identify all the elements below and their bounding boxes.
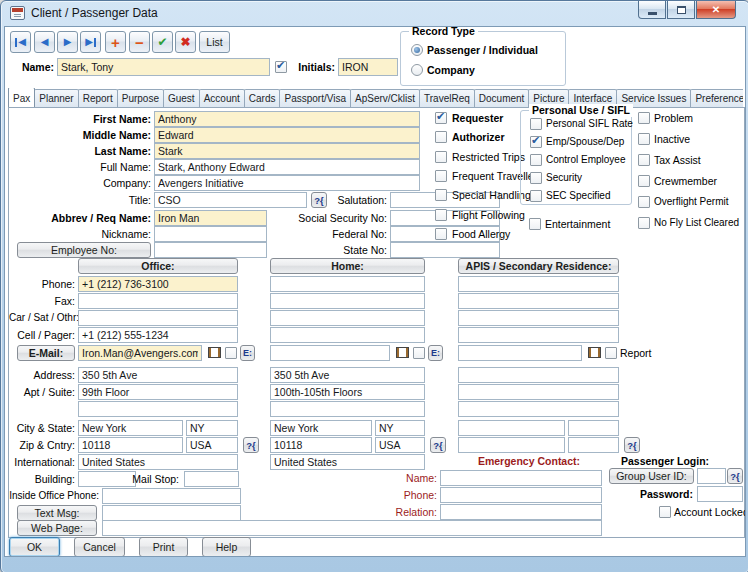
office-address-field[interactable]: [78, 367, 238, 383]
save-record-button[interactable]: ✔: [152, 31, 173, 53]
middle-name-field[interactable]: [154, 127, 420, 143]
tab-guest[interactable]: Guest: [163, 89, 200, 107]
tab-preference[interactable]: Preference: [690, 89, 743, 107]
office-apt-field[interactable]: [78, 384, 238, 400]
office-state-field[interactable]: [186, 420, 238, 436]
control-employee-checkbox[interactable]: [530, 154, 542, 166]
home-state-field[interactable]: [375, 420, 425, 436]
office-email-e-button[interactable]: E:: [240, 345, 255, 361]
office-country-field[interactable]: [186, 437, 238, 453]
text-msg-button[interactable]: Text Msg:: [17, 505, 97, 521]
office-zip-field[interactable]: [78, 437, 183, 453]
special-handling-checkbox[interactable]: [435, 189, 447, 201]
office-address2-field[interactable]: [78, 401, 238, 417]
office-address-book-icon[interactable]: [208, 347, 221, 358]
tab-account[interactable]: Account: [199, 89, 245, 107]
password-field[interactable]: [697, 486, 743, 502]
emp-spouse-dep-checkbox[interactable]: [530, 136, 542, 148]
home-address2-field[interactable]: [270, 401, 425, 417]
apis-address2-field[interactable]: [458, 401, 619, 417]
crewmember-checkbox[interactable]: [638, 175, 650, 187]
security-checkbox[interactable]: [530, 172, 542, 184]
list-button[interactable]: List: [199, 31, 230, 53]
add-record-button[interactable]: +: [105, 31, 126, 53]
apis-header-button[interactable]: APIS / Secondary Residence:: [458, 258, 619, 274]
radio-company[interactable]: [411, 64, 423, 76]
ok-button[interactable]: OK: [9, 537, 60, 557]
employee-no-field[interactable]: [154, 242, 267, 258]
tab-passport-visa[interactable]: Passport/Visa: [279, 89, 351, 107]
apis-address-field[interactable]: [458, 367, 619, 383]
personal-sifl-rate-checkbox[interactable]: [530, 118, 542, 130]
group-user-id-field[interactable]: [697, 468, 726, 484]
office-car-field[interactable]: [78, 310, 238, 326]
frequent-traveller-checkbox[interactable]: [435, 170, 447, 182]
tab-pax[interactable]: Pax: [8, 88, 35, 107]
apis-apt-field[interactable]: [458, 384, 619, 400]
cancel-button[interactable]: Cancel: [74, 537, 125, 557]
office-zip-lookup-button[interactable]: ?{: [243, 437, 259, 453]
home-email-field[interactable]: [270, 345, 390, 361]
apis-state-field[interactable]: [568, 420, 619, 436]
company-field[interactable]: [154, 175, 420, 191]
tab-planner[interactable]: Planner: [34, 89, 78, 107]
home-email-checkbox[interactable]: [413, 347, 425, 359]
inactive-checkbox[interactable]: [638, 133, 650, 145]
home-apt-field[interactable]: [270, 384, 425, 400]
flight-following-checkbox[interactable]: [435, 209, 447, 221]
group-user-id-lookup-button[interactable]: ?{: [727, 468, 743, 484]
office-email-checkbox[interactable]: [225, 347, 237, 359]
home-phone-field[interactable]: [270, 276, 425, 292]
last-name-field[interactable]: [154, 143, 420, 159]
name-input[interactable]: [57, 58, 270, 76]
text-msg-field[interactable]: [102, 505, 241, 521]
report-checkbox[interactable]: [605, 347, 617, 359]
apis-cell-field[interactable]: [458, 327, 619, 343]
nav-first-button[interactable]: ◀: [10, 31, 31, 53]
title-field[interactable]: [154, 192, 307, 208]
apis-country-field[interactable]: [568, 437, 619, 453]
titlebar[interactable]: Client / Passenger Data ✕: [1, 1, 748, 26]
tab-purpose[interactable]: Purpose: [117, 89, 164, 107]
apis-city-field[interactable]: [458, 420, 565, 436]
help-button[interactable]: Help: [202, 537, 251, 557]
office-header-button[interactable]: Office:: [78, 258, 238, 274]
restricted-trips-checkbox[interactable]: [435, 151, 447, 163]
tab-travelreq[interactable]: TravelReq: [419, 89, 475, 107]
office-fax-field[interactable]: [78, 293, 238, 309]
nickname-field[interactable]: [154, 226, 267, 242]
home-header-button[interactable]: Home:: [270, 258, 425, 274]
employee-no-button[interactable]: Employee No:: [17, 242, 151, 258]
close-button[interactable]: ✕: [696, 1, 736, 19]
office-email-field[interactable]: [78, 345, 202, 361]
home-email-e-button[interactable]: E:: [428, 345, 443, 361]
office-cell-field[interactable]: [78, 327, 238, 343]
web-page-field[interactable]: [102, 520, 602, 536]
radio-passenger-individual[interactable]: [411, 44, 423, 56]
full-name-field[interactable]: [154, 159, 420, 175]
initials-input[interactable]: [338, 58, 398, 76]
no-fly-list-checkbox[interactable]: [638, 217, 650, 229]
abbrev-req-name-field[interactable]: [154, 210, 267, 226]
home-zip-field[interactable]: [270, 437, 372, 453]
emergency-relation-field[interactable]: [440, 504, 602, 520]
nav-previous-button[interactable]: ◀: [34, 31, 55, 53]
state-no-field[interactable]: [390, 242, 500, 258]
entertainment-checkbox[interactable]: [529, 218, 541, 230]
sec-specified-checkbox[interactable]: [530, 190, 542, 202]
tax-assist-checkbox[interactable]: [638, 154, 650, 166]
nav-next-button[interactable]: ▶: [57, 31, 78, 53]
title-lookup-button[interactable]: ?{: [311, 192, 327, 208]
home-address-field[interactable]: [270, 367, 425, 383]
home-city-field[interactable]: [270, 420, 372, 436]
home-fax-field[interactable]: [270, 293, 425, 309]
nav-last-button[interactable]: ▶: [80, 31, 101, 53]
office-city-field[interactable]: [78, 420, 183, 436]
name-checkbox[interactable]: [275, 61, 287, 73]
tab-apserv-cklist[interactable]: ApServ/Cklist: [350, 89, 420, 107]
home-address-book-icon[interactable]: [396, 347, 409, 358]
account-locked-checkbox[interactable]: [659, 506, 671, 518]
email-button[interactable]: E-Mail:: [17, 345, 75, 361]
home-zip-lookup-button[interactable]: ?{: [430, 437, 446, 453]
apis-zip-lookup-button[interactable]: ?{: [624, 437, 640, 453]
